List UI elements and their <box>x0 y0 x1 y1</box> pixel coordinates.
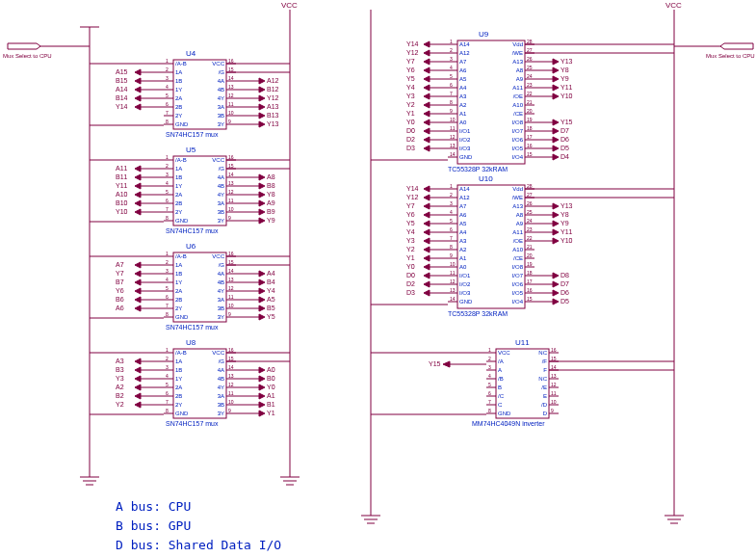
svg-text:2: 2 <box>166 66 169 72</box>
vcc-label: VCC <box>281 1 298 10</box>
svg-text:2Y: 2Y <box>175 113 182 119</box>
svg-text:A3: A3 <box>459 93 467 99</box>
svg-text:2B: 2B <box>175 297 182 303</box>
svg-marker-337 <box>135 402 141 408</box>
svg-text:9: 9 <box>228 215 231 221</box>
svg-text:Y1: Y1 <box>406 254 415 261</box>
svg-text:A6: A6 <box>459 212 467 218</box>
svg-text:U10: U10 <box>479 174 493 183</box>
svg-text:A6: A6 <box>116 305 124 311</box>
svg-text:I/O5: I/O5 <box>512 290 524 296</box>
svg-marker-524 <box>553 128 559 134</box>
svg-text:4B: 4B <box>218 279 224 285</box>
svg-text:A12: A12 <box>267 77 279 84</box>
svg-text:12: 12 <box>228 382 234 387</box>
svg-marker-200 <box>259 218 265 224</box>
svg-text:Y6: Y6 <box>116 287 124 294</box>
svg-text:Y1: Y1 <box>406 110 415 117</box>
svg-text:Y10: Y10 <box>560 237 573 244</box>
svg-text:3Y: 3Y <box>218 121 224 127</box>
bus-legend-b: B bus: GPU <box>116 518 191 533</box>
svg-text:3B: 3B <box>218 113 224 119</box>
svg-text:D8: D8 <box>560 272 569 278</box>
svg-marker-291 <box>259 314 265 320</box>
chip-u11: U11 MM74HC4049N inverter 1VCC2/A3A4/B5B6… <box>371 338 674 427</box>
chip-u6: U6 SN74HC157 mux 1/A-B21AA731BY741YB752A… <box>90 242 290 331</box>
svg-marker-449 <box>424 119 430 125</box>
svg-text:Y2: Y2 <box>406 101 415 108</box>
svg-text:A1: A1 <box>459 111 467 117</box>
svg-text:3B: 3B <box>218 402 224 408</box>
svg-text:A2: A2 <box>116 384 124 390</box>
svg-text:2A: 2A <box>175 288 182 294</box>
svg-text:14: 14 <box>450 151 456 157</box>
svg-text:23: 23 <box>527 82 533 88</box>
svg-text:A8: A8 <box>516 212 524 218</box>
svg-text:1Y: 1Y <box>175 279 182 285</box>
svg-text:Y3: Y3 <box>406 237 415 244</box>
svg-text:4: 4 <box>166 180 169 186</box>
svg-marker-273 <box>259 288 265 294</box>
svg-text:Y0: Y0 <box>406 119 415 125</box>
svg-text:3A: 3A <box>218 200 224 206</box>
svg-text:B5: B5 <box>267 305 275 311</box>
svg-text:10: 10 <box>228 110 234 116</box>
svg-text:4A: 4A <box>218 174 224 180</box>
svg-text:10: 10 <box>228 303 234 308</box>
svg-text:27: 27 <box>527 192 533 198</box>
svg-text:17: 17 <box>527 134 533 140</box>
svg-text:A13: A13 <box>512 203 523 209</box>
svg-text:I/O7: I/O7 <box>512 273 524 278</box>
svg-text:U8: U8 <box>186 338 196 347</box>
svg-text:Y13: Y13 <box>560 202 573 209</box>
svg-text:TC55328P 32kRAM: TC55328P 32kRAM <box>448 166 508 172</box>
svg-text:Y13: Y13 <box>267 120 279 127</box>
vcc-label-2: VCC <box>665 1 682 10</box>
bus-legend-a: A bus: CPU <box>116 499 191 514</box>
svg-marker-313 <box>135 367 141 373</box>
svg-marker-325 <box>135 385 141 390</box>
svg-text:A1: A1 <box>459 255 467 261</box>
svg-text:3: 3 <box>166 75 169 81</box>
svg-marker-626 <box>424 290 430 296</box>
svg-marker-109 <box>259 121 265 127</box>
svg-text:8: 8 <box>488 408 491 413</box>
svg-marker-461 <box>424 137 430 143</box>
svg-marker-125 <box>135 166 141 172</box>
svg-text:23: 23 <box>527 226 533 232</box>
svg-text:1: 1 <box>166 58 169 64</box>
svg-text:Y14: Y14 <box>406 185 419 192</box>
svg-text:A6: A6 <box>459 67 467 73</box>
svg-marker-413 <box>424 67 430 73</box>
svg-text:6: 6 <box>488 390 491 396</box>
ground-symbol <box>80 463 99 485</box>
svg-text:12: 12 <box>228 189 234 195</box>
svg-text:5: 5 <box>450 218 453 224</box>
svg-marker-228 <box>135 279 141 285</box>
svg-text:Mux Select to CPU: Mux Select to CPU <box>706 53 755 59</box>
svg-text:2A: 2A <box>175 385 182 390</box>
svg-text:4: 4 <box>166 277 169 282</box>
svg-text:Y5: Y5 <box>267 313 275 320</box>
svg-text:21: 21 <box>527 99 533 105</box>
svg-marker-641 <box>553 203 559 209</box>
svg-text:D3: D3 <box>406 289 415 296</box>
svg-text:15: 15 <box>228 259 234 265</box>
svg-text:D7: D7 <box>560 280 569 287</box>
svg-text:1B: 1B <box>175 271 182 277</box>
svg-text:Y4: Y4 <box>406 84 415 91</box>
svg-text:VCC: VCC <box>212 253 224 259</box>
svg-marker-194 <box>259 209 265 215</box>
svg-marker-331 <box>135 393 141 399</box>
svg-text:19: 19 <box>527 117 533 122</box>
svg-text:3: 3 <box>166 172 169 177</box>
svg-text:21: 21 <box>527 244 533 250</box>
svg-text:Y14: Y14 <box>116 103 128 110</box>
svg-text:3: 3 <box>166 268 169 274</box>
svg-text:I/O4: I/O4 <box>512 154 524 160</box>
svg-marker-307 <box>135 358 141 364</box>
svg-text:26: 26 <box>527 56 533 62</box>
svg-text:4A: 4A <box>218 78 224 84</box>
svg-marker-364 <box>259 385 265 390</box>
svg-text:B2: B2 <box>116 392 124 399</box>
